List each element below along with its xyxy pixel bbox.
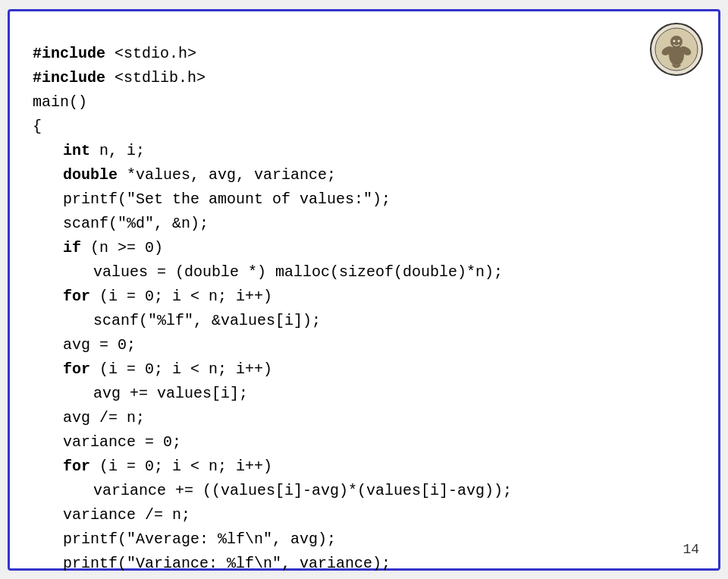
logo-circle	[650, 23, 703, 76]
keyword-for-2: for	[63, 360, 90, 378]
code-line-11: for (i = 0; i < n; i++)	[33, 285, 688, 309]
code-line-12: scanf("%lf", &values[i]);	[33, 309, 688, 333]
code-line-16: avg /= n;	[33, 406, 688, 430]
keyword-include-2: #include	[33, 69, 105, 87]
svg-point-6	[678, 39, 680, 42]
code-line-21: printf("Average: %lf\n", avg);	[33, 527, 688, 552]
code-line-3: main()	[33, 90, 688, 115]
code-line-7: printf("Set the amount of values:");	[33, 187, 688, 212]
keyword-if: if	[63, 239, 81, 256]
code-line-22: printf("Variance: %lf\n", variance);	[33, 552, 688, 576]
keyword-double: double	[63, 166, 118, 184]
keyword-int: int	[63, 142, 90, 159]
logo-image	[654, 27, 699, 72]
code-line-4: {	[33, 115, 688, 139]
code-line-8: scanf("%d", &n);	[33, 212, 688, 236]
code-line-9: if (n >= 0)	[33, 236, 688, 260]
logo	[650, 23, 703, 76]
code-line-19: variance += ((values[i]-avg)*(values[i]-…	[33, 479, 688, 503]
code-line-14: for (i = 0; i < n; i++)	[33, 357, 688, 382]
code-line-23: free(values);	[33, 576, 688, 580]
svg-point-5	[673, 39, 676, 42]
code-line-1: #include <stdio.h>	[33, 42, 688, 66]
code-block: #include <stdio.h> #include <stdlib.h> m…	[33, 42, 688, 580]
code-line-10: values = (double *) malloc(sizeof(double…	[33, 260, 688, 285]
code-line-6: double *values, avg, variance;	[33, 163, 688, 187]
page-number: 14	[682, 542, 699, 557]
slide-container: #include <stdio.h> #include <stdlib.h> m…	[8, 9, 720, 571]
code-line-18: for (i = 0; i < n; i++)	[33, 455, 688, 479]
code-line-17: variance = 0;	[33, 430, 688, 455]
code-line-2: #include <stdlib.h>	[33, 66, 688, 90]
code-line-20: variance /= n;	[33, 503, 688, 527]
code-line-13: avg = 0;	[33, 333, 688, 357]
keyword-for-1: for	[63, 288, 90, 305]
keyword-for-3: for	[63, 458, 90, 475]
keyword-include-1: #include	[33, 45, 105, 62]
code-line-15: avg += values[i];	[33, 382, 688, 406]
code-line-5: int n, i;	[33, 139, 688, 163]
